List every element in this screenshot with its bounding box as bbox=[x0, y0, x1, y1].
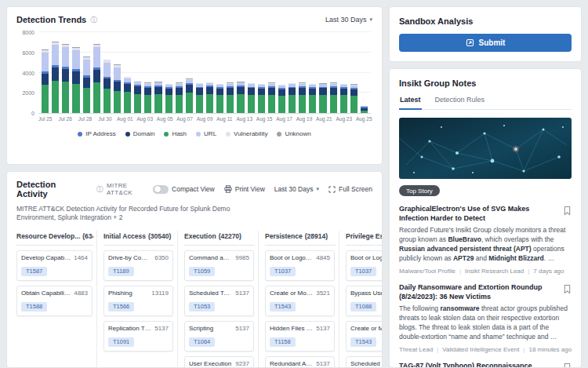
hash-segment bbox=[227, 95, 234, 113]
sandbox-title: Sandbox Analysis bbox=[399, 16, 572, 26]
stacked-bar bbox=[361, 32, 368, 113]
stacked-bar bbox=[144, 32, 151, 113]
stacked-bar bbox=[216, 32, 223, 113]
domain-segment bbox=[248, 88, 255, 95]
technique-card[interactable]: Create or Modify Sys...3521T1543 bbox=[265, 286, 335, 316]
vulnerability-dot bbox=[226, 132, 230, 137]
stacked-bar bbox=[340, 32, 347, 113]
activity-subtitle: MITRE ATT&CK Detection Activity for Reco… bbox=[16, 205, 252, 223]
technique-name: Create or Modify Sys... bbox=[270, 290, 313, 297]
technique-id-chip: T1037 bbox=[350, 267, 376, 277]
stacked-bar bbox=[42, 32, 49, 113]
technique-card[interactable]: Boot or Logon Initiali...4845T1037 bbox=[346, 250, 382, 281]
domain-segment bbox=[165, 89, 172, 96]
x-tick-label: Aug 01 bbox=[115, 116, 135, 122]
unknown-dot bbox=[277, 132, 281, 137]
technique-card[interactable]: Hidden Files and Dir...5137T1158 bbox=[265, 321, 335, 352]
domain-segment bbox=[93, 70, 100, 82]
trends-range-select[interactable]: Last 30 Days ▾ bbox=[325, 16, 372, 24]
hash-segment bbox=[216, 95, 223, 113]
domain-segment bbox=[42, 74, 49, 85]
domain-segment bbox=[62, 69, 69, 82]
note-item: GraphicalElectron's Use of SVG Makes Inf… bbox=[399, 205, 572, 275]
technique-card[interactable]: Drive-by Compromise6350T1189 bbox=[103, 250, 173, 281]
tab-latest[interactable]: Latest bbox=[399, 96, 422, 110]
bookmark-icon[interactable] bbox=[563, 283, 572, 301]
note-title[interactable]: GraphicalElectron's Use of SVG Makes Inf… bbox=[399, 205, 557, 223]
matrix-column-header: Resource Develop...(6347) bbox=[16, 231, 93, 246]
matrix-column-persistence: Persistence(28914)Boot or Logon Initiali… bbox=[259, 231, 339, 367]
meta-part: Malware/Tool Profile bbox=[399, 268, 456, 275]
technique-card[interactable]: Obtain Capabilities4883T1588 bbox=[16, 286, 93, 316]
domain-segment bbox=[299, 88, 306, 95]
note-title[interactable]: TAG-87 (Volt Typhoon) Reconnaissance Act… bbox=[399, 362, 557, 367]
print-view-button[interactable]: Print View bbox=[224, 185, 265, 193]
trends-range-label: Last 30 Days bbox=[325, 16, 367, 24]
bookmark-icon[interactable] bbox=[563, 362, 572, 367]
domain-segment bbox=[206, 87, 213, 94]
technique-card[interactable]: Command and Script...9985T1059 bbox=[184, 250, 254, 281]
detection-trends-header: Detection Trends ⓘ Last 30 Days ▾ bbox=[7, 7, 382, 24]
meta-part: Validated Intelligence Event bbox=[442, 346, 519, 353]
technique-name: Redundant Access bbox=[270, 360, 313, 367]
technique-count: 5137 bbox=[316, 360, 330, 367]
technique-card[interactable]: Redundant Access5137T1108 bbox=[265, 356, 335, 367]
legend-item-ip-address[interactable]: IP Address bbox=[78, 130, 116, 137]
x-tick-label: Jul 30 bbox=[95, 116, 114, 122]
technique-card[interactable]: Boot or Logon Initiali...4845T1037 bbox=[265, 250, 335, 281]
technique-card[interactable]: Phishing13119T1566 bbox=[103, 286, 173, 316]
technique-card[interactable]: Scheduled Task/Job5137T1053 bbox=[184, 286, 254, 316]
activity-range-select[interactable]: Last 30 Days ▾ bbox=[274, 185, 319, 193]
legend-item-url[interactable]: URL bbox=[196, 130, 216, 137]
technique-id-chip: T1037 bbox=[270, 267, 296, 277]
legend-item-domain[interactable]: Domain bbox=[125, 130, 155, 137]
hash-segment bbox=[144, 95, 151, 113]
technique-card[interactable]: Replication Through ...5137T1091 bbox=[103, 321, 173, 352]
technique-name: Phishing bbox=[108, 290, 132, 297]
meta-part: 7 days ago bbox=[533, 268, 564, 275]
stacked-bar bbox=[248, 32, 255, 113]
stacked-bar bbox=[186, 32, 193, 113]
compact-view-toggle[interactable]: Compact View bbox=[153, 185, 215, 194]
chart-legend: IP AddressDomainHashURLVulnerabilityUnkn… bbox=[7, 130, 382, 137]
domain-segment bbox=[134, 86, 141, 94]
stacked-bar bbox=[289, 32, 296, 113]
technique-card[interactable]: Scheduled Task/Job5137T1053 bbox=[346, 356, 382, 367]
technique-card[interactable]: Bypass User Accou...3521T1088 bbox=[346, 286, 382, 316]
info-icon[interactable]: ⓘ bbox=[90, 16, 97, 24]
technique-card[interactable]: Develop Capabilities1464T1587 bbox=[16, 250, 93, 281]
domain-segment bbox=[176, 88, 183, 95]
hash-segment bbox=[124, 92, 131, 113]
hash-segment bbox=[248, 95, 255, 113]
stacked-bar bbox=[350, 32, 358, 113]
hash-segment bbox=[361, 111, 368, 113]
x-tick-label: Aug 23 bbox=[334, 116, 354, 122]
technique-name: Bypass User Accou... bbox=[350, 290, 382, 297]
stacked-bar bbox=[330, 32, 337, 113]
technique-id-chip: T1566 bbox=[108, 302, 134, 312]
matrix-column-initial-access: Initial Access(30540)Drive-by Compromise… bbox=[97, 231, 178, 367]
technique-id-chip: T1064 bbox=[189, 337, 215, 348]
domain-segment bbox=[216, 89, 223, 96]
note-title[interactable]: Daily Ransomware and Extortion Roundup (… bbox=[399, 283, 557, 301]
legend-item-unknown[interactable]: Unknown bbox=[277, 130, 310, 137]
technique-card[interactable]: Create or Modify Sy...3521T1543 bbox=[346, 321, 382, 352]
technique-card[interactable]: User Execution9237T1204 bbox=[184, 356, 254, 367]
info-icon: ⓘ bbox=[96, 186, 103, 193]
legend-item-vulnerability[interactable]: Vulnerability bbox=[226, 130, 267, 137]
technique-card[interactable]: Scripting5137T1064 bbox=[184, 321, 254, 352]
full-screen-button[interactable]: Full Screen bbox=[328, 185, 372, 193]
legend-item-hash[interactable]: Hash bbox=[164, 130, 187, 137]
domain-segment bbox=[124, 84, 131, 92]
bookmark-icon[interactable] bbox=[563, 205, 572, 223]
submit-button[interactable]: Submit bbox=[399, 34, 572, 52]
technique-name: Scheduled Task/Job bbox=[189, 290, 232, 297]
top-story-image[interactable] bbox=[399, 118, 572, 179]
technique-id-chip: T1189 bbox=[108, 267, 134, 277]
domain-segment bbox=[268, 88, 275, 95]
tab-detection-rules[interactable]: Detection Rules bbox=[434, 96, 486, 109]
url-segment bbox=[52, 45, 59, 65]
stacked-bar bbox=[278, 32, 285, 113]
x-tick-label: Aug 25 bbox=[354, 116, 374, 122]
toggle-switch-icon[interactable] bbox=[153, 185, 169, 194]
